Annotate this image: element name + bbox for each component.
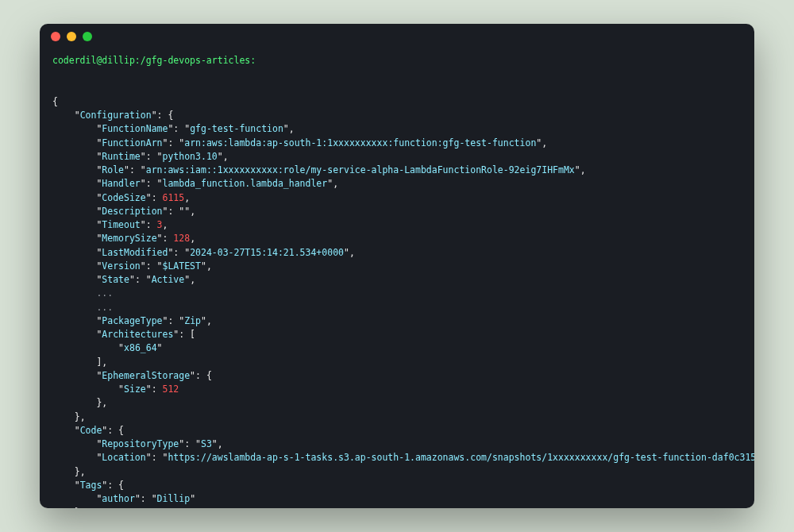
version: $LATEST: [163, 260, 201, 272]
maximize-icon[interactable]: [83, 32, 92, 41]
minimize-icon[interactable]: [67, 32, 76, 41]
package-type: Zip: [184, 315, 201, 326]
timeout: 3: [157, 219, 163, 230]
tag-author: Dillip: [157, 493, 191, 504]
terminal-output[interactable]: coderdil@dillip:/gfg-devops-articles: { …: [40, 49, 754, 508]
ellipsis: ...: [96, 287, 113, 299]
shell-prompt: coderdil@dillip:/gfg-devops-articles:: [52, 55, 256, 66]
architecture: x86_64: [124, 342, 157, 353]
runtime: python3.10: [163, 151, 218, 162]
function-arn: arn:aws:lambda:ap-south-1:1xxxxxxxxxx:fu…: [184, 137, 536, 148]
handler: lambda_function.lambda_handler: [163, 178, 328, 189]
repository-type: S3: [201, 438, 212, 449]
last-modified: 2024-03-27T15:14:21.534+0000: [190, 247, 344, 258]
window-titlebar: [40, 24, 754, 49]
function-name: gfg-test-function: [190, 123, 283, 134]
ephemeral-size: 512: [163, 384, 179, 395]
code-size: 6115: [163, 192, 185, 203]
memory-size: 128: [173, 233, 190, 244]
close-icon[interactable]: [51, 32, 60, 41]
terminal-window: coderdil@dillip:/gfg-devops-articles: { …: [40, 24, 754, 508]
state: Active: [152, 274, 185, 285]
code-location: https://awslambda-ap-s-1-tasks.s3.ap-sou…: [168, 452, 754, 463]
ellipsis: ...: [96, 302, 113, 313]
role-arn: arn:aws:iam::1xxxxxxxxxx:role/my-service…: [146, 164, 575, 175]
